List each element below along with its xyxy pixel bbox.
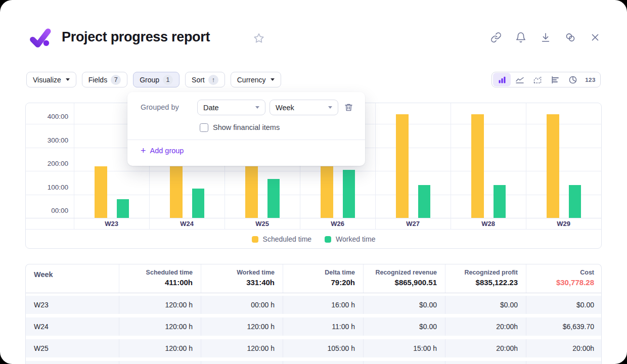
column-label: Recognized revenue: [364, 269, 437, 276]
download-icon[interactable]: [540, 32, 551, 43]
table-cell: 105:00 h: [283, 339, 363, 357]
x-axis-week-label: W28: [451, 218, 526, 229]
column-total: 79:20h: [283, 278, 355, 287]
group-interval-value: Week: [276, 104, 294, 112]
report-window: Project progress report: [0, 0, 627, 364]
table-cell: W23: [26, 296, 119, 314]
bar-chart-icon[interactable]: [493, 73, 511, 86]
gridline: [26, 171, 601, 171]
x-axis-week-label: W29: [526, 218, 601, 229]
table-cell: 120:00 h: [119, 296, 201, 314]
numbers-view-icon[interactable]: 123: [581, 73, 599, 86]
fields-label: Fields: [88, 76, 107, 84]
legend-swatch: [325, 236, 331, 243]
column-total: $30,778.28: [526, 278, 594, 287]
column-total: $865,900.51: [364, 278, 437, 287]
table-cell: 16:00 h: [283, 296, 363, 314]
group-button[interactable]: Group 1: [133, 72, 180, 87]
table-cell: 120:00 h: [119, 317, 201, 336]
column-total: 411:00h: [119, 278, 193, 287]
link-icon[interactable]: [490, 32, 502, 43]
sort-button[interactable]: Sort ↑: [185, 72, 225, 87]
table-cell: [119, 361, 201, 364]
gridline: [26, 195, 601, 195]
table-cell: W24: [26, 317, 119, 336]
worked-time-bar: [192, 189, 204, 218]
panel-divider: [127, 140, 365, 140]
worked-time-bar: [117, 199, 129, 218]
visualize-label: Visualize: [33, 76, 61, 84]
app-logo-icon: [29, 28, 52, 49]
visualize-button[interactable]: Visualize: [26, 72, 76, 87]
x-axis-week-label: W24: [149, 218, 225, 229]
chevron-down-icon: [255, 106, 259, 109]
chevron-down-icon: [271, 78, 275, 81]
column-total: 331:40h: [201, 278, 275, 287]
scheduled-time-bar: [547, 114, 559, 218]
pie-chart-icon[interactable]: [564, 73, 581, 86]
table-cell: [526, 361, 602, 364]
add-group-button[interactable]: + Add group: [141, 145, 184, 157]
show-financial-items-row[interactable]: Show financial items: [200, 121, 280, 133]
chart-legend: Scheduled timeWorked time: [26, 229, 601, 249]
table-cell: W25: [26, 339, 119, 357]
notifications-bell-icon[interactable]: [515, 32, 526, 43]
week-column-separator: [526, 103, 526, 229]
table-cell: 11:00 h: [283, 317, 363, 336]
legend-item[interactable]: Worked time: [325, 235, 375, 243]
column-label: Worked time: [201, 269, 275, 276]
area-chart-icon[interactable]: [528, 73, 546, 86]
column-label: Recognized profit: [445, 269, 518, 276]
y-axis-tick-label: 00:00: [26, 207, 68, 214]
y-axis-tick-label: 100:00: [26, 184, 68, 191]
linked-circles-icon[interactable]: [565, 32, 576, 43]
worked-time-bar: [418, 185, 430, 218]
fields-count-badge: 7: [111, 75, 121, 85]
table-header-cell: Recognized revenue$865,900.51: [363, 264, 445, 293]
table-row: W24120:00 h120:00 h11:00 h$0.0020:00h$6,…: [26, 317, 601, 336]
worked-time-bar: [343, 170, 355, 218]
scheduled-time-bar: [471, 114, 484, 218]
group-count-badge: 1: [163, 75, 173, 85]
table-cell: $0.00: [363, 317, 445, 336]
y-axis-tick-label: 400:00: [26, 113, 68, 120]
x-axis-week-label: W25: [225, 218, 300, 229]
toolbar: Visualize Fields 7 Group 1 Sort ↑ Curren…: [26, 72, 281, 87]
legend-item[interactable]: Scheduled time: [252, 235, 312, 243]
table-header-cell: Week: [26, 264, 119, 293]
grouped-by-label: Grouped by: [141, 100, 179, 115]
y-axis-tick-label: 200:00: [26, 160, 68, 167]
table-row: W25120:00 h120:00 h105:00 h15:00 h20:00h…: [26, 339, 601, 357]
table-cell: [445, 361, 526, 364]
group-by-panel: Grouped by Date Week Show financial item…: [127, 92, 365, 166]
worked-time-bar: [569, 185, 581, 218]
summary-table: WeekScheduled time411:00hWorked time331:…: [25, 264, 602, 364]
group-field-select[interactable]: Date: [197, 100, 265, 115]
y-axis-separator: [74, 103, 74, 229]
fields-button[interactable]: Fields 7: [82, 72, 127, 87]
table-cell: $6,639.70: [526, 317, 602, 336]
show-financial-items-label: Show financial items: [213, 123, 280, 131]
page-title: Project progress report: [62, 29, 210, 45]
table-cell: $0.00: [526, 296, 602, 314]
line-chart-icon[interactable]: [511, 73, 528, 86]
show-financial-items-checkbox[interactable]: [200, 123, 208, 132]
favorite-star-icon[interactable]: [252, 32, 265, 45]
scheduled-time-bar: [245, 166, 258, 218]
header-actions: [490, 32, 601, 43]
group-label: Group: [140, 76, 159, 84]
table-row: [26, 361, 601, 364]
currency-label: Currency: [237, 76, 266, 84]
worked-time-bar: [267, 179, 280, 218]
table-cell: 15:00 h: [363, 339, 445, 357]
table-cell: [363, 361, 445, 364]
group-interval-select[interactable]: Week: [270, 100, 338, 115]
close-icon[interactable]: [590, 32, 601, 43]
x-axis-week-label: W26: [300, 218, 375, 229]
currency-button[interactable]: Currency: [231, 72, 281, 87]
sort-label: Sort: [192, 76, 205, 84]
delete-group-trash-icon[interactable]: [344, 103, 353, 112]
group-field-value: Date: [203, 104, 219, 112]
chart-type-switcher: 123: [491, 72, 601, 87]
horizontal-bar-chart-icon[interactable]: [546, 73, 564, 86]
